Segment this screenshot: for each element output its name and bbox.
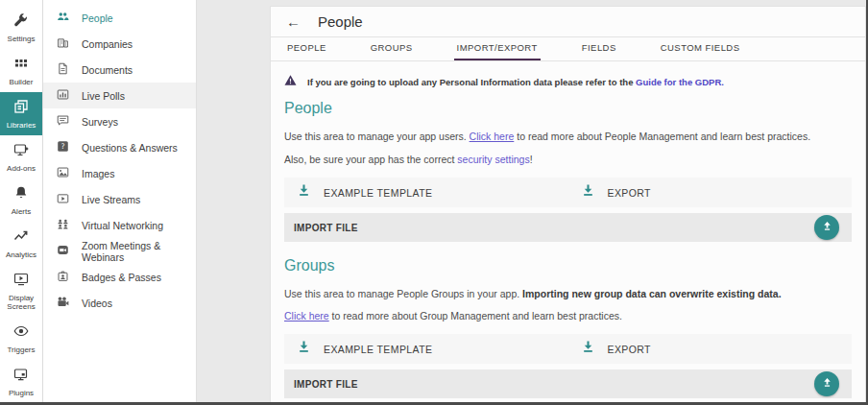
sidebar-item-label: Badges & Passes (82, 272, 161, 283)
sidebar-item-images[interactable]: Images (43, 160, 196, 186)
rail-label: Libraries (7, 121, 36, 130)
rail-label: Alerts (12, 207, 31, 216)
sidebar-item-badges-passes[interactable]: Badges & Passes (43, 264, 196, 290)
rail-label: Triggers (7, 345, 35, 354)
rail-label: Builder (10, 78, 34, 86)
sidebar-item-live-polls[interactable]: Live Polls (43, 83, 196, 108)
button-label: EXAMPLE TEMPLATE (324, 187, 432, 199)
gdpr-guide-link[interactable]: Guide for the GDPR. (636, 77, 724, 87)
rail-item-libraries[interactable]: Libraries (0, 92, 42, 135)
groups-click-here-link[interactable]: Click here (284, 310, 329, 322)
people-click-here-link[interactable]: Click here (470, 131, 515, 142)
sidebar-item-videos[interactable]: Videos (43, 290, 196, 316)
groups-read-more: Click here to read more about Group Mana… (284, 310, 852, 322)
back-button[interactable]: ← (286, 14, 301, 29)
libraries-icon (13, 99, 29, 118)
rail-label: Analytics (6, 250, 36, 259)
download-icon (297, 183, 311, 202)
sidebar-item-label: Live Polls (82, 90, 125, 102)
groups-example-template-button[interactable]: EXAMPLE TEMPLATE (284, 340, 568, 358)
icon-rail: Settings Builder Libraries Add-ons Alert… (0, 0, 43, 402)
video-camera-icon (57, 296, 69, 310)
download-icon (581, 340, 595, 358)
sidebar-item-label: Live Streams (82, 194, 140, 205)
import-file-label: IMPORT FILE (294, 223, 358, 233)
sidebar-item-questions-answers[interactable]: ? Questions & Answers (43, 134, 196, 160)
people-download-row: EXAMPLE TEMPLATE EXPORT (284, 178, 852, 207)
wrench-icon (13, 12, 29, 32)
security-settings-link[interactable]: security settings (457, 154, 529, 165)
tab-custom-fields[interactable]: CUSTOM FIELDS (658, 42, 743, 60)
groups-description: Use this area to manage People Groups in… (284, 288, 852, 299)
sidebar-item-label: People (82, 12, 113, 24)
poll-chart-icon (57, 88, 69, 103)
rail-item-add-ons[interactable]: Add-ons (0, 135, 42, 179)
sidebar-item-label: Zoom Meetings & Webinars (82, 240, 196, 263)
people-export-button[interactable]: EXPORT (568, 183, 853, 202)
upload-icon (821, 376, 833, 392)
rail-item-display-screens[interactable]: Display Screens (0, 265, 42, 317)
people-example-template-button[interactable]: EXAMPLE TEMPLATE (284, 183, 568, 202)
people-description: Use this area to manage your app users. … (284, 131, 852, 142)
bell-icon (13, 185, 29, 204)
display-screens-icon (13, 272, 29, 291)
tab-fields[interactable]: FIELDS (579, 42, 619, 60)
people-section-heading: People (284, 100, 852, 117)
tab-groups[interactable]: GROUPS (368, 42, 416, 60)
warning-text: If you are going to upload any Personal … (307, 77, 724, 87)
sidebar-item-live-streams[interactable]: Live Streams (43, 186, 196, 212)
groups-export-button[interactable]: EXPORT (568, 340, 853, 358)
image-icon (57, 166, 69, 180)
gdpr-warning: If you are going to upload any Personal … (284, 73, 852, 90)
sidebar-item-label: Images (82, 168, 114, 179)
groups-upload-button[interactable] (814, 371, 839, 396)
rail-item-alerts[interactable]: Alerts (0, 179, 42, 222)
document-icon (57, 62, 69, 77)
tab-bar: PEOPLE GROUPS IMPORT/EXPORT FIELDS CUSTO… (271, 37, 865, 61)
rail-item-builder[interactable]: Builder (0, 49, 42, 92)
rail-item-plugins[interactable]: Plugins (0, 360, 42, 403)
addons-screen-icon (13, 142, 29, 161)
trend-arrow-icon (13, 228, 29, 248)
libraries-sidebar: People Companies Documents Live Polls Su… (43, 0, 197, 402)
button-label: EXAMPLE TEMPLATE (324, 344, 432, 355)
sidebar-item-companies[interactable]: Companies (43, 31, 196, 57)
sidebar-item-surveys[interactable]: Surveys (43, 108, 196, 134)
sidebar-item-label: Videos (82, 298, 112, 309)
badge-icon (57, 270, 69, 284)
button-label: EXPORT (608, 344, 651, 355)
rail-item-settings[interactable]: Settings (0, 6, 42, 49)
sidebar-item-documents[interactable]: Documents (43, 57, 196, 83)
people-icon (57, 11, 69, 25)
people-upload-button[interactable] (814, 215, 839, 240)
question-icon: ? (57, 140, 69, 155)
groups-section-heading: Groups (284, 257, 852, 274)
rail-item-analytics[interactable]: Analytics (0, 222, 42, 265)
rail-label: Add-ons (7, 164, 36, 173)
sidebar-item-virtual-networking[interactable]: Virtual Networking (43, 212, 196, 238)
sidebar-item-label: Companies (82, 38, 133, 50)
warning-triangle-icon (284, 73, 297, 90)
sidebar-item-label: Documents (82, 64, 133, 76)
groups-download-row: EXAMPLE TEMPLATE EXPORT (284, 334, 852, 364)
people-import-file-row[interactable]: IMPORT FILE (284, 213, 852, 242)
sidebar-item-zoom-meetings[interactable]: Zoom Meetings & Webinars (43, 238, 196, 264)
tab-content: If you are going to upload any Personal … (271, 61, 865, 398)
tab-people[interactable]: PEOPLE (284, 42, 329, 60)
background-gap (197, 0, 270, 402)
virtual-networking-icon (57, 218, 69, 232)
builder-grid-icon (13, 56, 29, 75)
tab-import-export[interactable]: IMPORT/EXPORT (454, 42, 541, 60)
eye-icon (13, 323, 29, 343)
people-security-note: Also, be sure your app has the correct s… (284, 154, 852, 165)
download-icon (581, 183, 595, 202)
sidebar-item-people[interactable]: People (43, 5, 196, 31)
groups-import-file-row[interactable]: IMPORT FILE (284, 369, 852, 398)
panel-header: ← People (271, 7, 865, 37)
companies-icon (57, 36, 69, 51)
rail-item-triggers[interactable]: Triggers (0, 317, 42, 360)
rail-label: Plugins (9, 389, 34, 397)
main-panel: ← People PEOPLE GROUPS IMPORT/EXPORT FIE… (270, 6, 866, 402)
sidebar-item-label: Virtual Networking (82, 220, 163, 231)
sidebar-item-label: Surveys (82, 116, 118, 128)
